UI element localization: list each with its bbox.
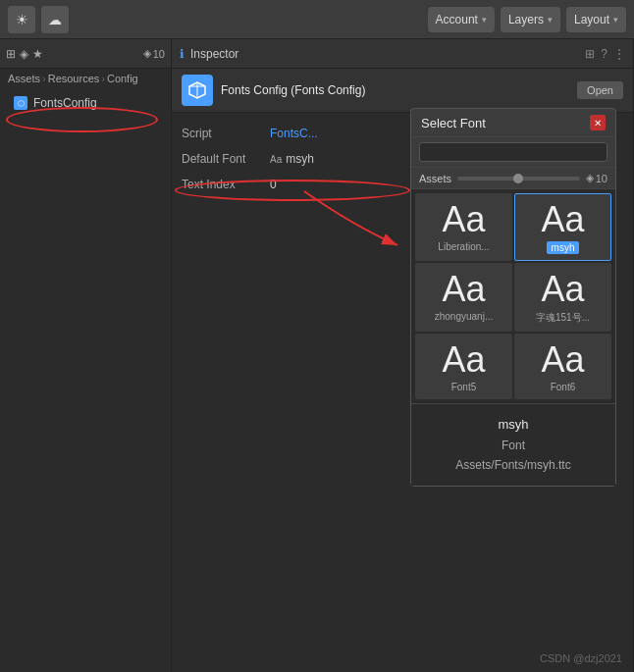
- fonts-config-label: FontsConfig: [33, 96, 97, 110]
- select-font-search: [411, 137, 615, 168]
- slider-thumb: [513, 174, 523, 183]
- select-font-panel: Select Font ✕ Assets ◈ 10 AaLiberation..…: [410, 108, 616, 487]
- sun-icon: ☀: [16, 12, 28, 27]
- count-value: 10: [153, 48, 165, 60]
- breadcrumb-config[interactable]: Config: [107, 73, 138, 84]
- detail-font-type: Font: [421, 436, 606, 455]
- font-item[interactable]: AaLiberation...: [415, 193, 512, 261]
- inspector-lock-icon[interactable]: ⊞: [585, 47, 595, 61]
- main-toolbar: ☀ ☁ Account ▾ Layers ▾ Layout ▾: [0, 0, 634, 39]
- sidebar-grid-icon[interactable]: ⊞: [6, 47, 16, 61]
- font-preview: Aa: [541, 202, 584, 237]
- inspector-help-icon[interactable]: ?: [601, 47, 608, 61]
- font-preview: Aa: [541, 342, 584, 378]
- layout-label: Layout: [574, 13, 609, 26]
- layout-arrow-icon: ▾: [613, 15, 618, 25]
- font-count-badge: ◈ 10: [586, 172, 608, 184]
- font-item-name: zhongyuanj...: [435, 311, 494, 322]
- font-aa-icon: Aa: [270, 154, 282, 165]
- font-item[interactable]: Aa字魂151号...: [514, 263, 611, 332]
- account-arrow-icon: ▾: [482, 15, 487, 25]
- script-link[interactable]: FontsC...: [270, 127, 318, 140]
- watermark: CSDN @dzj2021: [540, 652, 622, 664]
- inspector-more-icon[interactable]: ⋮: [613, 47, 625, 61]
- inspector-title: Inspector: [190, 47, 238, 61]
- obj-name: Fonts Config (Fonts Config): [221, 83, 365, 97]
- count-number: 10: [596, 173, 608, 184]
- breadcrumb-resources[interactable]: Resources: [48, 73, 100, 84]
- account-label: Account: [436, 13, 478, 26]
- breadcrumb-sep2: ›: [101, 73, 105, 84]
- select-font-header: Select Font ✕: [411, 109, 615, 137]
- assets-label: Assets: [419, 173, 451, 184]
- account-dropdown[interactable]: Account ▾: [428, 7, 495, 32]
- cube-icon: ⬡: [18, 99, 25, 108]
- font-item[interactable]: Aamsyh: [514, 193, 611, 261]
- count-icon: ◈: [586, 172, 594, 184]
- inspector-icons: ⊞ ? ⋮: [585, 47, 625, 61]
- font-item[interactable]: Aazhongyuanj...: [415, 263, 512, 332]
- select-font-toolbar: Assets ◈ 10: [411, 168, 615, 189]
- open-button[interactable]: Open: [577, 81, 623, 99]
- default-font-label: Default Font: [182, 152, 270, 166]
- font-item[interactable]: AaFont6: [514, 334, 611, 399]
- layers-arrow-icon: ▾: [548, 15, 553, 25]
- inspector-object: Fonts Config (Fonts Config) Open: [172, 69, 633, 113]
- select-font-close-button[interactable]: ✕: [590, 115, 606, 130]
- layers-label: Layers: [508, 13, 544, 26]
- cloud-icon: ☁: [48, 12, 62, 27]
- text-index-number: 0: [270, 178, 277, 191]
- font-grid: AaLiberation...AamsyhAazhongyuanj...Aa字魂…: [411, 189, 615, 403]
- layout-dropdown[interactable]: Layout ▾: [566, 7, 626, 32]
- font-item-name: msyh: [547, 241, 580, 254]
- script-label: Script: [182, 127, 270, 140]
- obj-cube-icon: [182, 75, 213, 106]
- font-item-name: Font6: [551, 382, 576, 392]
- font-preview: Aa: [442, 272, 485, 307]
- inspector-header: ℹ Inspector ⊞ ? ⋮: [172, 39, 633, 69]
- font-item[interactable]: AaFont5: [415, 334, 512, 399]
- font-preview: Aa: [541, 272, 584, 307]
- breadcrumb: Assets › Resources › Config: [0, 69, 171, 88]
- fonts-config-item[interactable]: ⬡ FontsConfig: [6, 92, 165, 114]
- sidebar-tag-icon[interactable]: ◈: [20, 47, 28, 61]
- search-input[interactable]: [419, 142, 608, 162]
- breadcrumb-assets[interactable]: Assets: [8, 73, 40, 84]
- font-item-name: Font5: [451, 382, 477, 392]
- sidebar-count: ◈ 10: [143, 47, 165, 60]
- text-index-label: Text Index: [182, 178, 270, 191]
- breadcrumb-sep1: ›: [42, 73, 46, 84]
- select-font-title: Select Font: [421, 116, 486, 130]
- font-item-name: 字魂151号...: [536, 311, 590, 325]
- font-name-value[interactable]: msyh: [286, 152, 314, 166]
- detail-font-path: Assets/Fonts/msyh.ttc: [421, 455, 606, 475]
- font-item-name: Liberation...: [438, 241, 489, 252]
- sidebar: ⊞ ◈ ★ ◈ 10 Assets › Resources › Config ⬡…: [0, 39, 172, 672]
- detail-font-name: msyh: [421, 414, 606, 436]
- count-icon: ◈: [143, 47, 151, 60]
- inspector-info-icon: ℹ: [180, 47, 185, 61]
- layers-dropdown[interactable]: Layers ▾: [501, 7, 560, 32]
- cloud-icon-btn[interactable]: ☁: [41, 6, 69, 33]
- sun-icon-btn[interactable]: ☀: [8, 6, 35, 33]
- sidebar-toolbar: ⊞ ◈ ★ ◈ 10: [0, 39, 171, 69]
- font-preview: Aa: [442, 202, 485, 237]
- font-detail: msyh Font Assets/Fonts/msyh.ttc: [411, 403, 615, 486]
- font-preview: Aa: [442, 342, 485, 378]
- close-icon: ✕: [594, 118, 602, 129]
- sidebar-star-icon[interactable]: ★: [32, 47, 43, 61]
- size-slider[interactable]: [457, 177, 580, 181]
- fonts-config-icon: ⬡: [14, 96, 27, 110]
